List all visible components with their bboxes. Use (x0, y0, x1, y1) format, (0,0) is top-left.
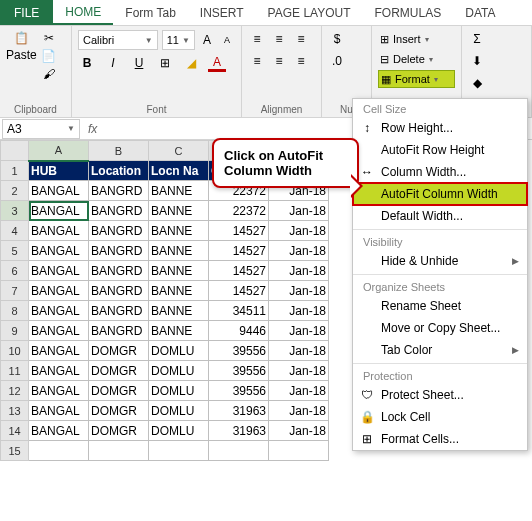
empty-cell[interactable] (209, 441, 269, 461)
data-cell[interactable]: BANGAL (29, 401, 89, 421)
align-right-icon[interactable]: ≡ (292, 52, 310, 70)
align-center-icon[interactable]: ≡ (270, 52, 288, 70)
data-cell[interactable]: 31963 (209, 401, 269, 421)
data-cell[interactable]: Jan-18 (269, 301, 329, 321)
data-cell[interactable]: 34511 (209, 301, 269, 321)
currency-icon[interactable]: $ (328, 30, 346, 48)
data-cell[interactable]: BANGRD (89, 281, 149, 301)
data-cell[interactable]: BANGAL (29, 201, 89, 221)
clear-icon[interactable]: ◆ (468, 74, 486, 92)
data-cell[interactable]: BANNE (149, 281, 209, 301)
empty-cell[interactable] (149, 441, 209, 461)
header-cell[interactable]: HUB (29, 161, 89, 181)
copy-icon[interactable]: 📄 (41, 48, 57, 64)
name-box[interactable]: A3▼ (2, 119, 80, 139)
ctx-format-cells[interactable]: ⊞Format Cells... (353, 428, 527, 450)
data-cell[interactable]: DOMLU (149, 381, 209, 401)
col-header-A[interactable]: A (29, 141, 89, 161)
tab-form[interactable]: Form Tab (113, 0, 187, 25)
data-cell[interactable]: 9446 (209, 321, 269, 341)
data-cell[interactable]: BANGRD (89, 261, 149, 281)
align-top-icon[interactable]: ≡ (248, 30, 266, 48)
italic-button[interactable]: I (104, 54, 122, 72)
data-cell[interactable]: BANGAL (29, 301, 89, 321)
data-cell[interactable]: Jan-18 (269, 261, 329, 281)
data-cell[interactable]: 22372 (209, 201, 269, 221)
data-cell[interactable]: BANGRD (89, 201, 149, 221)
data-cell[interactable]: DOMLU (149, 421, 209, 441)
data-cell[interactable]: BANGAL (29, 341, 89, 361)
tab-formulas[interactable]: FORMULAS (363, 0, 454, 25)
data-cell[interactable]: BANGRD (89, 321, 149, 341)
border-icon[interactable]: ⊞ (156, 54, 174, 72)
row-header-9[interactable]: 9 (1, 321, 29, 341)
data-cell[interactable]: Jan-18 (269, 361, 329, 381)
row-header-12[interactable]: 12 (1, 381, 29, 401)
data-cell[interactable]: 14527 (209, 221, 269, 241)
ctx-hide-unhide[interactable]: Hide & Unhide▶ (353, 250, 527, 272)
tab-page-layout[interactable]: PAGE LAYOUT (256, 0, 363, 25)
data-cell[interactable]: 39556 (209, 381, 269, 401)
empty-cell[interactable] (29, 441, 89, 461)
data-cell[interactable]: 31963 (209, 421, 269, 441)
ctx-default-width[interactable]: Default Width... (353, 205, 527, 227)
underline-button[interactable]: U (130, 54, 148, 72)
data-cell[interactable]: Jan-18 (269, 321, 329, 341)
tab-file[interactable]: FILE (0, 0, 53, 25)
data-cell[interactable]: BANNE (149, 181, 209, 201)
data-cell[interactable]: BANGAL (29, 261, 89, 281)
select-all-corner[interactable] (1, 141, 29, 161)
decimal-inc-icon[interactable]: .0 (328, 52, 346, 70)
row-header-8[interactable]: 8 (1, 301, 29, 321)
data-cell[interactable]: Jan-18 (269, 201, 329, 221)
data-cell[interactable]: BANGRD (89, 301, 149, 321)
row-header-7[interactable]: 7 (1, 281, 29, 301)
row-header-6[interactable]: 6 (1, 261, 29, 281)
bold-button[interactable]: B (78, 54, 96, 72)
data-cell[interactable]: BANGAL (29, 361, 89, 381)
fill-color-icon[interactable]: ◢ (182, 54, 200, 72)
font-size-select[interactable]: 11▼ (162, 30, 195, 50)
header-cell[interactable]: Location (89, 161, 149, 181)
fx-icon[interactable]: fx (80, 122, 105, 136)
data-cell[interactable]: BANGAL (29, 181, 89, 201)
ctx-tab-color[interactable]: Tab Color▶ (353, 339, 527, 361)
data-cell[interactable]: DOMGR (89, 381, 149, 401)
align-left-icon[interactable]: ≡ (248, 52, 266, 70)
data-cell[interactable]: Jan-18 (269, 421, 329, 441)
data-cell[interactable]: DOMLU (149, 401, 209, 421)
tab-data[interactable]: DATA (453, 0, 507, 25)
data-cell[interactable]: Jan-18 (269, 241, 329, 261)
tab-insert[interactable]: INSERT (188, 0, 256, 25)
data-cell[interactable]: Jan-18 (269, 221, 329, 241)
data-cell[interactable]: DOMLU (149, 341, 209, 361)
data-cell[interactable]: BANGAL (29, 421, 89, 441)
format-cells-button[interactable]: ▦Format▾ (378, 70, 455, 88)
data-cell[interactable]: BANGAL (29, 221, 89, 241)
tab-home[interactable]: HOME (53, 0, 113, 25)
data-cell[interactable]: BANGAL (29, 281, 89, 301)
data-cell[interactable]: 39556 (209, 341, 269, 361)
data-cell[interactable]: 39556 (209, 361, 269, 381)
data-cell[interactable]: BANGRD (89, 181, 149, 201)
row-header-4[interactable]: 4 (1, 221, 29, 241)
row-header-14[interactable]: 14 (1, 421, 29, 441)
empty-cell[interactable] (89, 441, 149, 461)
ctx-lock-cell[interactable]: 🔒Lock Cell (353, 406, 527, 428)
data-cell[interactable]: BANNE (149, 241, 209, 261)
data-cell[interactable]: DOMGR (89, 361, 149, 381)
fill-icon[interactable]: ⬇ (468, 52, 486, 70)
increase-font-icon[interactable]: A (199, 31, 215, 49)
ctx-row-height[interactable]: ↕Row Height... (353, 117, 527, 139)
row-header-11[interactable]: 11 (1, 361, 29, 381)
data-cell[interactable]: BANGAL (29, 321, 89, 341)
font-color-icon[interactable]: A (208, 54, 226, 72)
row-header-5[interactable]: 5 (1, 241, 29, 261)
data-cell[interactable]: BANNE (149, 321, 209, 341)
row-header-2[interactable]: 2 (1, 181, 29, 201)
format-painter-icon[interactable]: 🖌 (41, 66, 57, 82)
row-header-13[interactable]: 13 (1, 401, 29, 421)
decrease-font-icon[interactable]: A (219, 31, 235, 49)
data-cell[interactable]: DOMGR (89, 401, 149, 421)
data-cell[interactable]: BANNE (149, 201, 209, 221)
